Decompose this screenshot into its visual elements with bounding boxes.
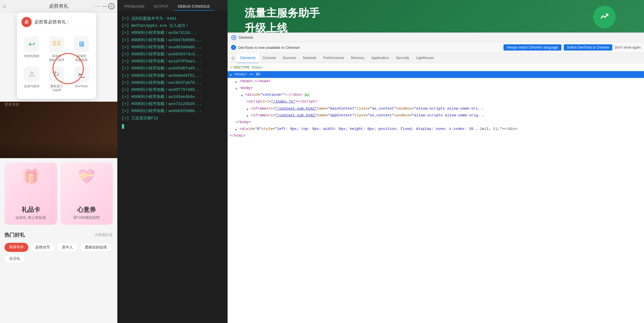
tag-2[interactable]: 意中人 [57,243,78,252]
tab-problems[interactable]: PROBLEMS [120,3,149,11]
terminal-line-11: [+] HOOK到小程序加载！wx345ee4b4e... [122,93,223,101]
banner-text: 更多美食 [0,102,24,111]
gift-card-title: 礼品卡 [21,206,40,214]
tags-row: 谢谢有你 必胜佳节 意中人 爱丽丝的仙境 生日礼 [0,241,117,265]
terminal-line-10: [+] HOOK到小程序加载！wxd5f797468... [122,86,223,93]
restart-label: 重新进入 小程序 [50,84,63,92]
browser-headline: 流量主服务助手 升级上线 [245,6,320,34]
tab-performance[interactable]: Performance [320,53,347,63]
devtools-label: DevTools [75,84,88,88]
html-div-zero-line[interactable]: <div id="0" style="left: 0px; top: 0px; … [228,126,644,132]
html-head-line[interactable]: <head> … </head> [228,78,644,85]
title-bar: ⌂ 必胜有礼 ··· — ⊙ [0,0,117,12]
wechat-panel: ⌂ 必胜有礼 ··· — ⊙ 必 必胜客必胜有礼 › ↩ 转发给朋友 ⠿⠿ 添加… [0,0,117,323]
minimize-icon[interactable]: — [102,3,107,9]
feedback-icon: ⚠ [24,67,39,82]
terminal-line-0: [+] 找到匹配版本号为：8461 [122,15,223,22]
tag-4[interactable]: 生日礼 [5,254,25,263]
tab-memory[interactable]: Memory [348,53,368,63]
feedback-label: 反馈与投诉 [24,84,40,88]
headline-text: 流量主服务助手 升级上线 [245,6,320,34]
tab-elements[interactable]: Elements [237,53,259,63]
desktop-icon: 🖥 [74,36,89,52]
match-language-button[interactable]: Always match Chrome's language [503,44,561,51]
html-div-container-line[interactable]: <div id="container" >…</div> flex [228,91,644,98]
tab-security[interactable]: Security [392,53,412,63]
cursor-tool-icon[interactable]: ⊹ [229,54,237,62]
terminal-line-7: [+] HOOK到小程序加载！wx845d8fa49... [122,65,223,72]
html-iframe1-line[interactable]: <iframe src="/context-sub.html" name="ma… [228,105,644,112]
tab-application[interactable]: Application [368,53,393,63]
html-root-line[interactable]: <html> == $0 [228,71,644,78]
terminal-line-1: [+] WeChatAppEx.exe 注入成功！ [122,22,223,29]
popup-item-share[interactable]: ↩ 转发给朋友 [21,36,42,62]
vscode-panel: PROBLEMS OUTPUT DEBUG CONSOLE [+] 找到匹配版本… [117,0,228,323]
section-title: 热门好礼 [5,232,25,238]
cards-row: 🎁 礼品卡 这份礼 有心有惊喜 💝 心意券 请TA吃顿好的吧 [0,158,117,229]
tab-console[interactable]: Console [259,53,279,63]
popup-item-devtools[interactable]: >_ DevTools [71,67,92,92]
expand-html-icon[interactable] [230,73,233,76]
terminal-content: [+] 找到匹配版本号为：8461 [+] WeChatAppEx.exe 注入… [117,11,228,323]
switch-chinese-button[interactable]: Switch DevTools to Chinese [564,44,613,51]
terminal-line-3: [+] HOOK到小程序加载！wx5b97b0686... [122,37,223,44]
elements-content: <!DOCTYPE html> <html> == $0 <head> … </… [228,63,644,323]
terminal-line-9: [+] HOOK到小程序加载！wxc862fabf8... [122,79,223,86]
vscode-tabs: PROBLEMS OUTPUT DEBUG CONSOLE [117,0,228,11]
popup-item-desktop[interactable]: 🖥 添加到 电脑桌面 [71,36,92,62]
expand-div-zero-icon[interactable] [235,127,239,131]
notification-info-icon: i [231,45,236,50]
popup-item-feedback[interactable]: ⚠ 反馈与投诉 [21,67,42,92]
expand-body-icon[interactable] [235,86,239,90]
html-body-line[interactable]: <body> [228,85,644,91]
tab-lighthouse[interactable]: Lighthouse [412,53,437,63]
heart-card[interactable]: 💝 心意券 请TA吃顿好的吧 [60,163,113,225]
tab-network[interactable]: Network [300,53,320,63]
section-subtitle: 大家都在送 [94,232,113,237]
app-title: 必胜有礼 [49,3,68,9]
tag-1[interactable]: 必胜佳节 [31,243,55,252]
close-button[interactable]: ⊙ [108,3,114,9]
terminal-cursor [122,124,124,129]
popup-grid: ↩ 转发给朋友 ⠿⠿ 添加到 我的小程序 🖥 添加到 电脑桌面 ⚠ 反馈与投诉 … [21,34,92,94]
tag-3[interactable]: 爱丽丝的仙境 [80,243,112,252]
html-iframe2-line[interactable]: <iframe src="/context-sub.html" name="ap… [228,112,644,119]
gift-card[interactable]: 🎁 礼品卡 这份礼 有心有惊喜 [5,163,57,225]
expand-iframe2-icon[interactable] [247,114,250,117]
dismiss-notification[interactable]: Don't show again [615,45,641,49]
devtools-panel: Devtools i DevTools is now available in … [228,32,644,323]
doctype-text: <!DOCTYPE html> [230,65,263,71]
more-options-icon[interactable]: ··· [94,3,100,9]
content-area: 更多美食 🎁 礼品卡 这份礼 有心有惊喜 💝 心意券 请TA吃顿好的吧 热门好礼… [0,102,117,323]
notification-text: DevTools is now available in Chinese! [238,45,501,50]
devtools-titlebar: Devtools [228,33,644,42]
popup-item-add-miniprogram[interactable]: ⠿⠿ 添加到 我的小程序 [46,36,67,62]
heart-card-title: 心意券 [77,206,96,214]
terminal-line-2: [+] HOOK到小程序加载！wx8a74134... [122,29,223,36]
html-script-line[interactable]: <script src="/index.js" ></script> [228,98,644,105]
devtools-title: Devtools [239,35,253,40]
devtools-icon: >_ [74,67,89,82]
share-label: 转发给朋友 [24,54,40,58]
home-icon[interactable]: ⌂ [3,3,6,9]
expand-iframe1-icon[interactable] [247,107,250,110]
terminal-line-14: [+] 已还原完整F12 [122,115,223,122]
expand-container-icon[interactable] [241,93,245,97]
terminal-line-12: [+] HOOK到小程序加载！wxe73c2db20... [122,101,223,108]
expand-head-icon[interactable] [235,80,239,83]
tab-debug-console[interactable]: DEBUG CONSOLE [173,3,214,11]
tag-0[interactable]: 谢谢有你 [5,243,28,252]
share-icon: ↩ [24,36,39,52]
brand-logo: 必 [21,17,32,27]
svg-point-1 [233,37,235,38]
tab-sources[interactable]: Sources [279,53,300,63]
terminal-line-4: [+] HOOK到小程序加载！wxad63a0a6b... [122,44,223,51]
popup-item-restart[interactable]: ↻ 重新进入 小程序 [46,67,67,92]
tab-output[interactable]: OUTPUT [149,3,173,11]
add-miniprogram-label: 添加到 我的小程序 [49,54,64,62]
html-body-close-line[interactable]: </body> [228,119,644,126]
content-banner: 更多美食 [0,102,117,158]
html-doctype-line[interactable]: <!DOCTYPE html> [228,64,644,71]
html-html-close-line[interactable]: </html> [228,132,644,139]
desktop-label: 添加到 电脑桌面 [75,54,88,62]
